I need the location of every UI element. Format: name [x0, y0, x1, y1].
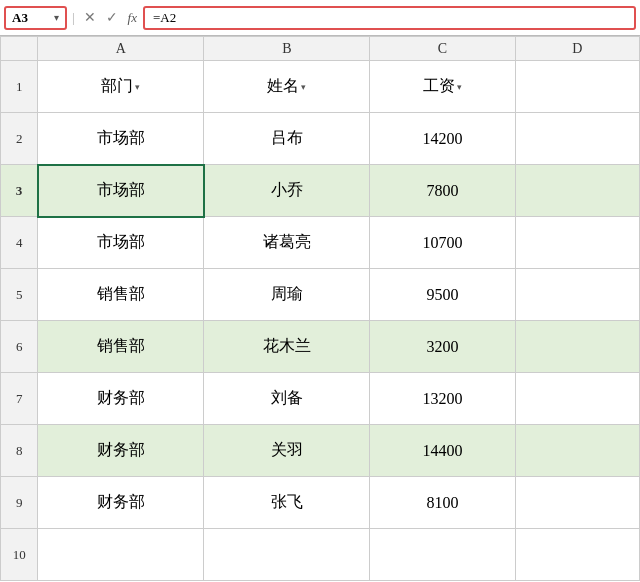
row-number: 6 — [1, 321, 38, 373]
cell-c[interactable]: 3200 — [370, 321, 515, 373]
name-box-wrapper: A3 ▾ — [4, 6, 67, 30]
cell-c[interactable]: 14200 — [370, 113, 515, 165]
cell-c[interactable]: 9500 — [370, 269, 515, 321]
col-header-d[interactable]: D — [515, 37, 640, 61]
row-number: 3 — [1, 165, 38, 217]
formula-confirm-button[interactable]: ✓ — [102, 11, 122, 25]
table-row: 9财务部张飞8100 — [1, 477, 640, 529]
formula-input[interactable]: =A2 — [153, 10, 626, 26]
cell-c[interactable]: 14400 — [370, 425, 515, 477]
row-number: 2 — [1, 113, 38, 165]
grid-table: A B C D 1部门▾姓名▾工资▾2市场部吕布142003市场部小乔78004… — [0, 36, 640, 581]
cell-d[interactable] — [515, 269, 640, 321]
cell-d[interactable] — [515, 425, 640, 477]
corner-cell — [1, 37, 38, 61]
filter-arrow-c[interactable]: ▾ — [457, 82, 462, 92]
table-row: 5销售部周瑜9500 — [1, 269, 640, 321]
row-number: 8 — [1, 425, 38, 477]
formula-bar: A3 ▾ | ✕ ✓ fx =A2 — [0, 0, 640, 36]
cell-d[interactable] — [515, 113, 640, 165]
cell-b[interactable]: 吕布 — [204, 113, 370, 165]
cell-c[interactable]: 13200 — [370, 373, 515, 425]
table-row: 1部门▾姓名▾工资▾ — [1, 61, 640, 113]
cell-a[interactable]: 销售部 — [38, 269, 204, 321]
cell-c[interactable]: 工资▾ — [370, 61, 515, 113]
name-box-chevron[interactable]: ▾ — [54, 12, 59, 23]
cell-b[interactable]: 周瑜 — [204, 269, 370, 321]
row-number: 4 — [1, 217, 38, 269]
formula-cancel-button[interactable]: ✕ — [80, 11, 100, 25]
cell-a[interactable] — [38, 529, 204, 581]
col-header-a[interactable]: A — [38, 37, 204, 61]
cell-a[interactable]: 市场部 — [38, 113, 204, 165]
col-header-c[interactable]: C — [370, 37, 515, 61]
cell-b[interactable]: 关羽 — [204, 425, 370, 477]
cell-d[interactable] — [515, 165, 640, 217]
sep-1: | — [69, 10, 78, 26]
cell-c[interactable]: 10700 — [370, 217, 515, 269]
spreadsheet: A B C D 1部门▾姓名▾工资▾2市场部吕布142003市场部小乔78004… — [0, 36, 640, 581]
table-row: 8财务部关羽14400 — [1, 425, 640, 477]
cell-a[interactable]: 财务部 — [38, 373, 204, 425]
table-row: 7财务部刘备13200 — [1, 373, 640, 425]
row-number: 9 — [1, 477, 38, 529]
row-number: 5 — [1, 269, 38, 321]
table-row: 3市场部小乔7800 — [1, 165, 640, 217]
cell-a[interactable]: 市场部 — [38, 217, 204, 269]
cell-a[interactable]: 财务部 — [38, 477, 204, 529]
cell-b[interactable]: 小乔 — [204, 165, 370, 217]
row-number: 10 — [1, 529, 38, 581]
row-number: 1 — [1, 61, 38, 113]
fx-icon: fx — [124, 10, 141, 26]
col-header-b[interactable]: B — [204, 37, 370, 61]
filter-arrow-b[interactable]: ▾ — [301, 82, 306, 92]
cell-d[interactable] — [515, 477, 640, 529]
cell-c[interactable]: 8100 — [370, 477, 515, 529]
cell-a[interactable]: 部门▾ — [38, 61, 204, 113]
cell-b[interactable]: 诸葛亮 — [204, 217, 370, 269]
cell-a[interactable]: 市场部 — [38, 165, 204, 217]
cell-a[interactable]: 销售部 — [38, 321, 204, 373]
table-row: 2市场部吕布14200 — [1, 113, 640, 165]
cell-b[interactable] — [204, 529, 370, 581]
name-box[interactable]: A3 — [12, 10, 52, 26]
formula-input-wrapper: =A2 — [143, 6, 636, 30]
cell-b[interactable]: 姓名▾ — [204, 61, 370, 113]
cell-b[interactable]: 花木兰 — [204, 321, 370, 373]
cell-a[interactable]: 财务部 — [38, 425, 204, 477]
table-row: 10 — [1, 529, 640, 581]
cell-d[interactable] — [515, 321, 640, 373]
cell-b[interactable]: 刘备 — [204, 373, 370, 425]
cell-c[interactable] — [370, 529, 515, 581]
table-row: 6销售部花木兰3200 — [1, 321, 640, 373]
cell-d[interactable] — [515, 373, 640, 425]
cell-c[interactable]: 7800 — [370, 165, 515, 217]
row-number: 7 — [1, 373, 38, 425]
cell-d[interactable] — [515, 217, 640, 269]
table-row: 4市场部诸葛亮10700 — [1, 217, 640, 269]
filter-arrow-a[interactable]: ▾ — [135, 82, 140, 92]
cell-b[interactable]: 张飞 — [204, 477, 370, 529]
cell-d[interactable] — [515, 61, 640, 113]
column-header-row: A B C D — [1, 37, 640, 61]
cell-d[interactable] — [515, 529, 640, 581]
